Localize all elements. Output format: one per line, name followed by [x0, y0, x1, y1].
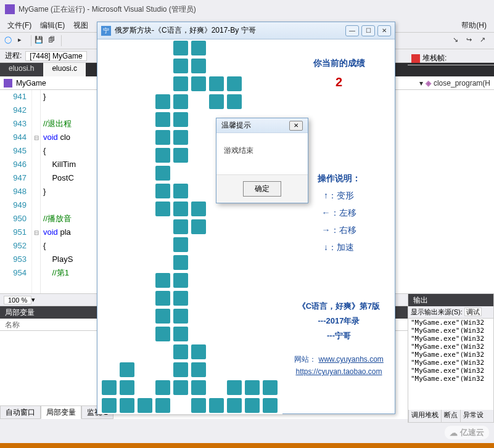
tetris-block [154, 129, 171, 146]
stop-icon[interactable] [411, 54, 420, 63]
tetris-block [172, 57, 189, 75]
code-lines[interactable]: }//退出程void clo{ KillTim PostC}//播放音void … [41, 90, 76, 293]
zoom-dropdown-icon[interactable]: ▾ [31, 296, 35, 304]
process-value[interactable]: [7448] MyGame [25, 51, 86, 61]
tab-eluosi-c[interactable]: eluosi.c [43, 63, 86, 76]
watermark: ☁ 亿速云 [445, 426, 489, 439]
tab-locals[interactable]: 局部变量 [41, 405, 81, 419]
tetris-block [190, 200, 207, 218]
zoom-value[interactable]: 100 % [4, 296, 31, 304]
tetris-sidebar: 你当前的成绩 2 操作说明： ↑：变形 ←：左移 →：右移 ↓：加速 《C语言，… [282, 39, 395, 381]
tab-callstack[interactable]: 调用堆栈 [408, 410, 441, 422]
dialog-close-icon[interactable]: ✕ [289, 121, 303, 131]
tetris-block [172, 39, 189, 57]
breadcrumb-function[interactable]: close_program(H [434, 79, 490, 88]
vs-titlebar: MyGame (正在运行) - Microsoft Visual Studio … [0, 0, 494, 18]
tetris-block [101, 397, 118, 414]
close-icon[interactable]: ✕ [377, 25, 391, 36]
tab-auto[interactable]: 自动窗口 [0, 405, 41, 419]
tetris-block [118, 379, 136, 396]
step-out-icon[interactable]: ↗ [479, 35, 490, 46]
output-lines[interactable]: "MyGame.exe"(Win32"MyGame.exe"(Win32"MyG… [408, 319, 493, 383]
process-label: 进程: [5, 51, 22, 61]
tetris-title-text: 俄罗斯方块-《C语言，好爽》2017-By 宁哥 [115, 25, 256, 36]
cloud-icon: ☁ [450, 428, 458, 438]
tetris-block [172, 361, 189, 378]
nav-back-icon[interactable]: ◯ [4, 35, 15, 46]
tetris-block [172, 254, 189, 271]
tab-eluosi-h[interactable]: eluosi.h [0, 63, 43, 76]
tetris-block [172, 75, 189, 92]
instr-left: ←：左移 [286, 204, 392, 221]
step-into-icon[interactable]: ↘ [452, 35, 463, 46]
output-panel: 输出 显示输出来源(S): 调试 "MyGame.exe"(Win32"MyGa… [408, 293, 494, 423]
tetris-block [190, 218, 207, 235]
dialog-ok-button[interactable]: 确定 [243, 181, 281, 197]
tetris-block [226, 397, 243, 414]
dialog-titlebar[interactable]: 温馨提示 ✕ [216, 118, 308, 133]
stackframe-label: 堆栈帧: [422, 53, 447, 63]
minimize-icon[interactable]: — [345, 25, 359, 36]
nav-fwd-icon[interactable]: ▸ [17, 35, 28, 46]
tetris-block [172, 182, 189, 200]
menu-edit[interactable]: 编辑(E) [36, 19, 68, 32]
watermark-text: 亿速云 [460, 427, 484, 438]
stackframe-bar: 堆栈帧: [408, 52, 494, 65]
tetris-block [190, 39, 207, 57]
book-info: 《C语言，好爽》第7版 ---2017年录 ---宁哥 [286, 299, 392, 343]
tetris-block [172, 379, 189, 396]
tetris-block [208, 93, 225, 110]
tetris-block [208, 397, 225, 414]
tab-breakpoints[interactable]: 断点 [441, 410, 460, 422]
score-value: 2 [286, 75, 392, 89]
output-title: 输出 [408, 294, 493, 306]
instr-down: ↓：加速 [286, 238, 392, 256]
output-source-row: 显示输出来源(S): 调试 [408, 306, 493, 319]
tetris-block [172, 93, 189, 110]
tetris-block [226, 379, 243, 396]
tetris-block [244, 397, 261, 414]
tetris-block [154, 307, 171, 325]
func-icon: ◈ [426, 79, 431, 88]
tetris-block [208, 75, 225, 92]
tetris-block [154, 397, 171, 414]
menu-view[interactable]: 视图 [70, 19, 92, 32]
tetris-block [154, 93, 171, 110]
tetris-block [154, 272, 171, 289]
tab-exceptions[interactable]: 异常设 [460, 410, 486, 422]
output-source-combo[interactable]: 调试 [464, 307, 482, 316]
breadcrumb-project[interactable]: MyGame [16, 79, 46, 88]
dropdown-chevron-icon[interactable]: ▾ [419, 79, 423, 88]
output-bottom-tabs: 调用堆栈 断点 异常设 [408, 410, 493, 422]
tetris-block [172, 325, 189, 343]
step-over-icon[interactable]: ↪ [466, 35, 477, 46]
tetris-block [154, 165, 171, 182]
book-line2: ---2017年录 [286, 314, 392, 328]
tetris-block [244, 379, 261, 396]
tetris-block [226, 75, 243, 92]
shop-url[interactable]: https://cyuyan.taobao.com [286, 365, 392, 378]
tetris-block [190, 397, 207, 414]
save-icon[interactable]: 💾 [34, 35, 45, 46]
output-source-label: 显示输出来源(S): [411, 308, 463, 316]
tetris-block [101, 379, 118, 396]
menu-file[interactable]: 文件(F) [4, 19, 35, 32]
save-all-icon[interactable]: 🗐 [47, 35, 59, 46]
tetris-titlebar[interactable]: 宁 俄罗斯方块-《C语言，好爽》2017-By 宁哥 — ☐ ✕ [97, 22, 395, 39]
tetris-block [136, 397, 154, 414]
menu-help[interactable]: 帮助(H) [458, 19, 490, 32]
links: 网站： www.cyuyanhs.com https://cyuyan.taob… [286, 353, 392, 378]
tetris-block [172, 272, 189, 289]
tetris-window: 宁 俄罗斯方块-《C语言，好爽》2017-By 宁哥 — ☐ ✕ 你当前的成绩 … [97, 22, 395, 414]
tetris-app-icon: 宁 [101, 26, 111, 36]
maximize-icon[interactable]: ☐ [361, 25, 375, 36]
tetris-block [172, 307, 189, 325]
tetris-block [172, 147, 189, 164]
site-url[interactable]: www.cyuyanhs.com [318, 355, 383, 364]
tetris-block [154, 111, 171, 128]
tetris-block [172, 343, 189, 360]
tetris-block [172, 111, 189, 128]
fold-gutter[interactable]: ⊟⊟ [32, 90, 41, 293]
tetris-block [190, 361, 207, 378]
tetris-block [261, 397, 279, 414]
